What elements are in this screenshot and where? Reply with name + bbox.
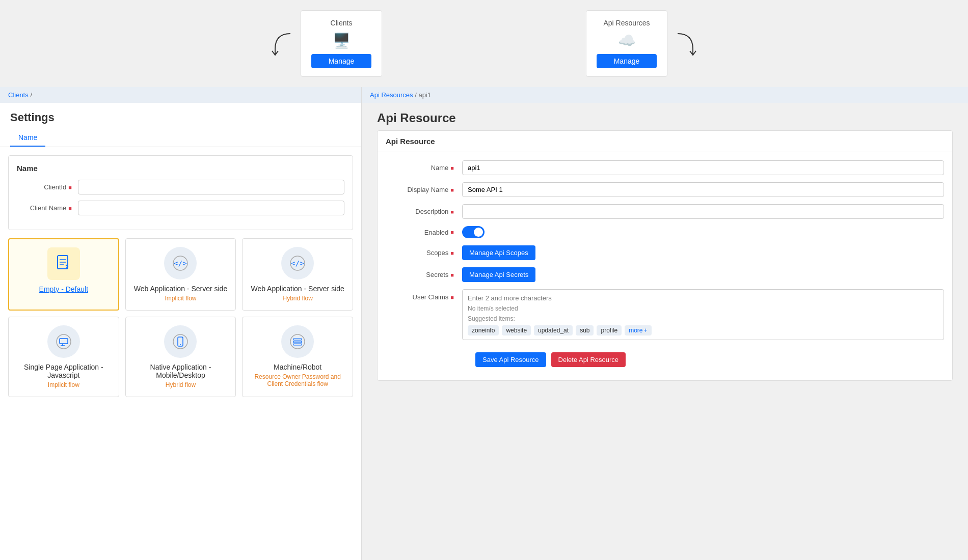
svg-text:</>: </>: [174, 259, 187, 267]
name-section-title: Name: [17, 164, 344, 173]
api-resource-box-header: Api Resource: [378, 131, 952, 152]
client-card-web-implicit[interactable]: </> Web Application - Server side Implic…: [125, 238, 236, 311]
api-secrets-row: Secrets ■ Manage Api Secrets: [386, 267, 944, 282]
spa-icon: [47, 325, 80, 358]
api-name-input[interactable]: [462, 160, 944, 175]
api-description-control: [462, 204, 944, 219]
tag-updated-at[interactable]: updated_at: [534, 325, 573, 335]
svg-rect-8: [57, 334, 71, 349]
toggle-slider: [462, 226, 485, 238]
spa-name: Single Page Application - Javascript: [17, 363, 111, 379]
client-name-row: Client Name ■: [17, 201, 344, 215]
api-scopes-control: Manage Api Scopes: [462, 245, 944, 260]
no-items-text: No item/s selected: [468, 305, 938, 312]
tag-more[interactable]: more +: [625, 325, 651, 335]
monitor-icon: 🖥️: [311, 32, 371, 49]
client-name-label: Client Name ■: [17, 204, 78, 212]
client-card-spa[interactable]: Single Page Application - Javascript Imp…: [8, 317, 119, 397]
client-card-web-hybrid[interactable]: </> Web Application - Server side Hybrid…: [242, 238, 353, 311]
api-resource-box: Api Resource Name ■: [377, 130, 953, 381]
native-name: Native Application - Mobile/Desktop: [134, 363, 228, 379]
api-resources-manage-button[interactable]: Manage: [597, 54, 657, 68]
api-name-control: [462, 160, 944, 175]
api-name-label: Name ■: [386, 164, 462, 172]
empty-default-name: Empty - Default: [17, 285, 110, 293]
web-hybrid-name: Web Application - Server side: [251, 285, 344, 293]
delete-api-resource-button[interactable]: Delete Api Resource: [551, 352, 626, 367]
clients-card-title: Clients: [311, 19, 371, 27]
native-icon: [164, 325, 197, 358]
save-api-resource-button[interactable]: Save Api Resource: [475, 352, 546, 367]
clients-manage-button[interactable]: Manage: [311, 54, 371, 68]
client-id-input[interactable]: [78, 180, 344, 194]
api-enabled-control: [462, 226, 944, 238]
spa-sub: Implicit flow: [17, 381, 111, 388]
cloud-icon: ☁️: [597, 32, 657, 49]
client-card-empty-default[interactable]: Empty - Default: [8, 238, 119, 311]
name-section: Name ClientId ■ Client Name ■: [8, 155, 353, 230]
api-display-name-control: [462, 182, 944, 197]
svg-text:</>: </>: [291, 259, 304, 267]
suggested-label: Suggested items:: [468, 315, 938, 322]
api-user-claims-control: No item/s selected Suggested items: zone…: [462, 289, 944, 340]
client-name-required: ■: [68, 205, 72, 211]
action-buttons: Save Api Resource Delete Api Resource: [386, 347, 944, 372]
left-panel: Clients / Settings Name Name ClientId ■: [0, 87, 362, 560]
client-id-label: ClientId ■: [17, 183, 78, 191]
manage-api-scopes-button[interactable]: Manage Api Scopes: [462, 245, 535, 260]
client-card-machine[interactable]: Machine/Robot Resource Owner Password an…: [242, 317, 353, 397]
plus-icon: +: [644, 327, 648, 334]
web-implicit-icon: </>: [164, 247, 197, 279]
api-enabled-label: Enabled ■: [386, 229, 462, 236]
tag-website[interactable]: website: [502, 325, 531, 335]
settings-title: Settings: [0, 103, 361, 129]
api-resources-breadcrumb-link[interactable]: Api Resources: [370, 91, 413, 99]
api-enabled-row: Enabled ■: [386, 226, 944, 238]
machine-sub: Resource Owner Password and Client Crede…: [251, 373, 344, 387]
svg-rect-15: [290, 334, 305, 349]
enabled-toggle[interactable]: [462, 226, 485, 238]
api-scopes-row: Scopes ■ Manage Api Scopes: [386, 245, 944, 260]
web-hybrid-icon: </>: [281, 247, 314, 279]
svg-rect-12: [173, 334, 187, 349]
arrow-left-icon: [265, 29, 295, 59]
api-resource-page-title: Api Resource: [362, 103, 968, 130]
arrow-right-icon: [673, 29, 703, 59]
client-name-input[interactable]: [78, 201, 344, 215]
user-claims-area: No item/s selected Suggested items: zone…: [462, 289, 944, 340]
api-user-claims-label: User Claims ■: [386, 293, 462, 301]
api-secrets-label: Secrets ■: [386, 271, 462, 278]
tag-sub[interactable]: sub: [576, 325, 594, 335]
client-type-grid: Empty - Default </> Web Application - Se…: [8, 238, 353, 397]
tag-zoneinfo[interactable]: zoneinfo: [468, 325, 499, 335]
api-display-name-input[interactable]: [462, 182, 944, 197]
api-name-row: Name ■: [386, 160, 944, 175]
native-sub: Hybrid flow: [134, 381, 228, 388]
machine-name: Machine/Robot: [251, 363, 344, 371]
client-id-required: ■: [68, 184, 72, 190]
clients-breadcrumb-link[interactable]: Clients: [8, 91, 29, 99]
api-resources-card-title: Api Resources: [597, 19, 657, 27]
left-breadcrumb: Clients /: [0, 87, 361, 103]
client-id-row: ClientId ■: [17, 180, 344, 194]
right-breadcrumb-current: api1: [418, 91, 431, 99]
right-panel: Api Resources / api1 Api Resource Api Re…: [362, 87, 968, 560]
suggested-tags: zoneinfo website updated_at sub profile …: [468, 325, 938, 335]
api-description-label: Description ■: [386, 208, 462, 215]
tag-profile[interactable]: profile: [597, 325, 622, 335]
empty-default-icon: [47, 247, 80, 280]
client-card-native[interactable]: Native Application - Mobile/Desktop Hybr…: [125, 317, 236, 397]
svg-point-14: [180, 344, 181, 345]
api-resource-form: Name ■ Display Name ■: [378, 152, 952, 380]
machine-icon: [281, 325, 314, 358]
web-hybrid-sub: Hybrid flow: [251, 295, 344, 302]
api-display-name-row: Display Name ■: [386, 182, 944, 197]
api-display-name-label: Display Name ■: [386, 186, 462, 193]
manage-api-secrets-button[interactable]: Manage Api Secrets: [462, 267, 535, 282]
web-implicit-sub: Implicit flow: [134, 295, 228, 302]
tab-name[interactable]: Name: [10, 129, 45, 147]
tab-bar: Name: [0, 129, 361, 147]
api-user-claims-row: User Claims ■ No item/s selected Suggest…: [386, 289, 944, 340]
user-claims-input[interactable]: [468, 294, 938, 302]
api-description-input[interactable]: [462, 204, 944, 219]
